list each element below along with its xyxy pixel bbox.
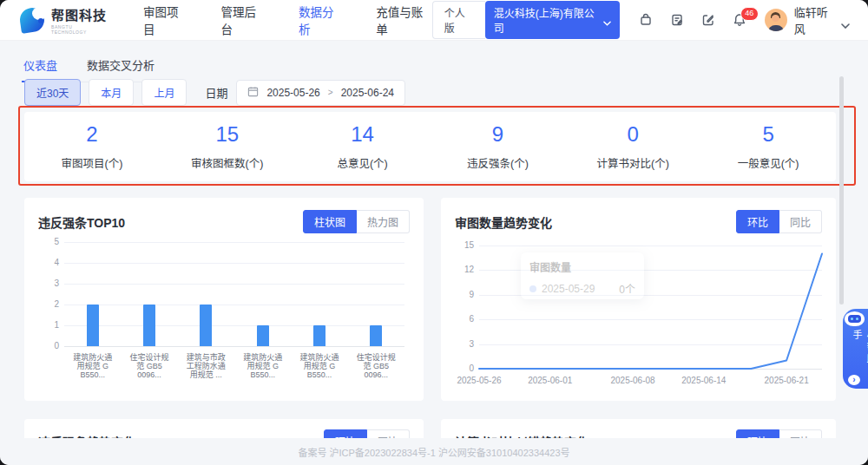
brand-logo-icon [19,7,45,33]
bag-icon[interactable] [639,13,654,28]
user-chevron-down-icon [841,16,849,24]
y-tick-label: 1 [38,320,59,330]
scrollbar-thumb[interactable] [839,76,844,305]
x-tick-label: 2025-06-21 [765,376,809,385]
line-chart: 036912152025-05-262025-06-012025-06-0820… [455,239,822,391]
line-card-title: 审图数量趋势变化 [455,213,552,231]
stat-value: 14 [295,122,431,147]
x-tick-label: 2025-06-14 [681,376,726,385]
bell-icon[interactable]: 46 [733,13,747,28]
x-tick-label: 建筑防火通用规范 GB550... [64,353,121,379]
y-tick-label: 6 [455,314,474,324]
user-name: 临轩听风 [794,3,834,36]
navbar: 帮图科技 BANGTU TECHNOLOGY 审图项目管理后台数据分析充值与账单… [0,0,868,41]
grid-line [64,263,404,264]
toggle-option-1[interactable]: 同比 [779,210,822,233]
grid-line [64,242,404,243]
stat-item-0: 2审图项目(个) [24,122,160,171]
footer: 备案号 沪ICP备2023022834号-1 沪公网安备310104023344… [0,438,868,465]
nav-menu: 审图项目管理后台数据分析充值与账单 [143,3,432,37]
stat-value: 5 [700,122,836,147]
toggle-option-1[interactable]: 热力图 [357,210,410,233]
calendar-icon [247,86,259,100]
nav-item-1[interactable]: 管理后台 [220,3,265,37]
toggle-option-0[interactable]: 环比 [736,210,779,233]
line-chart-card: 审图数量趋势变化 环比同比 036912152025-05-262025-06-… [441,198,836,401]
bar[interactable] [200,305,212,346]
bar-chart-toggle: 柱状图热力图 [303,210,410,233]
stat-value: 0 [565,122,700,147]
icon-row: 46 [639,13,747,28]
stat-label: 审图项目(个) [24,154,160,171]
y-tick-label: 15 [455,240,474,250]
edit-icon[interactable] [701,13,716,28]
stat-label: 一般意见(个) [700,154,836,171]
stat-item-4: 0计算书对比(个) [565,122,700,171]
nav-right: 个人版 混火科技(上海)有限公司 46 [432,1,849,39]
y-tick-label: 4 [38,258,59,267]
bar[interactable] [257,325,269,346]
footer-text: 备案号 沪ICP备2023022834号-1 沪公网安备310104023344… [298,445,569,459]
y-tick-label: 3 [38,278,59,288]
tab-cross-analysis[interactable]: 数据交叉分析 [85,49,156,82]
stat-item-5: 5一般意见(个) [700,122,836,171]
tooltip-series-dot [529,285,536,292]
bar-card-title: 违反强条TOP10 [38,213,125,231]
brand[interactable]: 帮图科技 BANGTU TECHNOLOGY [19,5,107,35]
y-tick-label: 2 [38,299,59,309]
stat-item-3: 9违反强条(个) [430,122,565,171]
bar[interactable] [313,325,326,346]
assistant-button[interactable]: 小帮助手 › [843,309,868,389]
date-range-picker[interactable]: 2025-05-26 > 2025-06-24 [236,80,405,106]
quick-range-2[interactable]: 上月 [141,79,187,106]
nav-item-2[interactable]: 数据分析 [299,3,343,37]
x-tick-label: 2025-06-01 [528,376,572,385]
survey-icon[interactable] [670,13,685,28]
plan-badge: 个人版 [432,1,485,39]
bar-chart: 012345建筑防火通用规范 GB550...住宅设计规范 GB50096...… [38,239,410,391]
stat-item-2: 14总意见(个) [295,122,431,171]
y-tick-label: 0 [38,341,59,350]
tooltip-title: 审图数量 [529,259,635,274]
grid-line [64,284,404,285]
tooltip-row: 2025-05-290个 [529,281,635,296]
nav-item-3[interactable]: 充值与账单 [376,3,431,37]
y-tick-label: 9 [455,290,474,299]
tooltip-value: 0个 [619,281,635,296]
toggle-option-0[interactable]: 柱状图 [303,210,357,233]
grid-line [64,325,404,326]
tab-dashboard[interactable]: 仪表盘 [22,49,59,82]
page: 帮图科技 BANGTU TECHNOLOGY 审图项目管理后台数据分析充值与账单… [0,0,868,465]
expand-arrow-icon: › [848,375,860,385]
stat-label: 违反强条(个) [430,154,565,171]
x-tick-label: 2025-05-26 [457,376,501,385]
filter-bar: 近30天本月上月 日期 2025-05-26 > 2025-06-24 [24,79,405,106]
chevron-down-icon [603,16,611,24]
quick-range-1[interactable]: 本月 [89,79,134,106]
bar[interactable] [87,305,99,346]
line-card-header: 审图数量趋势变化 环比同比 [441,198,836,233]
date-end: 2025-06-24 [341,87,394,99]
notification-badge: 46 [740,7,759,21]
nav-item-0[interactable]: 审图项目 [143,3,187,37]
brand-name: 帮图科技 [51,5,107,23]
x-tick-label: 住宅设计规范 GB50096... [348,353,404,379]
user-menu[interactable]: 临轩听风 [765,3,849,36]
y-tick-label: 5 [38,237,59,246]
y-tick-label: 3 [455,339,474,349]
avatar [765,9,787,31]
tab-bar: 仪表盘 数据交叉分析 [22,49,156,82]
assistant-label: 小帮助手 [850,330,868,372]
stat-value: 15 [160,122,295,147]
company-select[interactable]: 混火科技(上海)有限公司 [485,1,620,39]
stat-value: 9 [430,122,565,147]
quick-range-0[interactable]: 近30天 [24,79,81,106]
bar[interactable] [370,325,382,346]
bar[interactable] [143,305,155,346]
line-chart-toggle: 环比同比 [736,210,822,233]
x-tick-label: 2025-06-08 [610,376,654,385]
date-separator: > [328,88,333,97]
grid-line [64,305,404,305]
company-name: 混火科技(上海)有限公司 [494,5,598,35]
bar-card-header: 违反强条TOP10 柱状图热力图 [24,198,424,233]
